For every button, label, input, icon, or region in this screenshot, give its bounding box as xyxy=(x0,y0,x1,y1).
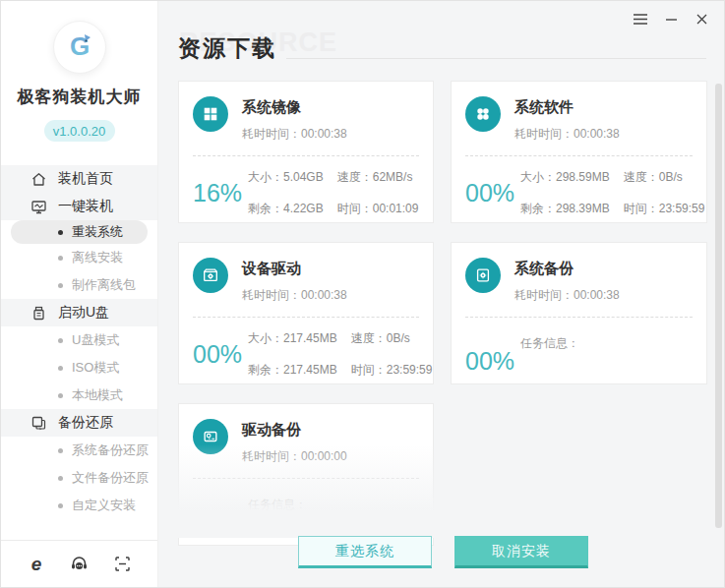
driver-box-icon xyxy=(193,258,228,293)
menu-icon[interactable] xyxy=(634,12,647,26)
sidebar-item-system-backup-restore[interactable]: 系统备份还原 xyxy=(1,437,157,464)
stat-size: 大小：298.59MB xyxy=(520,169,610,186)
bullet-icon xyxy=(58,338,63,343)
safe-gear-icon xyxy=(465,258,501,293)
elapsed-time: 耗时时间：00:00:00 xyxy=(242,448,347,465)
progress-percent: 00% xyxy=(193,340,248,369)
scrollbar[interactable] xyxy=(715,84,722,528)
bullet-icon xyxy=(58,366,63,371)
bullet-icon xyxy=(58,476,63,481)
dog-g-logo-icon: G xyxy=(61,29,98,66)
cancel-install-button[interactable]: 取消安装 xyxy=(454,536,588,568)
sidebar-item-label: 重装系统 xyxy=(72,223,123,241)
task-info: 任务信息： xyxy=(520,333,579,352)
page-title: 资源下载 xyxy=(178,33,276,64)
app-logo: G xyxy=(53,21,106,74)
bullet-icon xyxy=(58,283,63,288)
scan-icon[interactable] xyxy=(112,555,132,574)
sidebar-menu: 装机首页 一键装机 重装系统 离线安装 制作离线包 xyxy=(1,165,157,519)
sidebar-item-offline-install[interactable]: 离线安装 xyxy=(1,244,157,271)
version-badge: v1.0.0.20 xyxy=(44,120,115,142)
sidebar-item-label: 文件备份还原 xyxy=(72,469,149,487)
card-driver-backup: 驱动备份 耗时时间：00:00:00 100% 任务信息： xyxy=(178,403,434,546)
card-device-driver: 设备驱动 耗时时间：00:00:38 00% 大小：217.45MB 速度：0B… xyxy=(178,242,434,384)
sidebar-item-label: 启动U盘 xyxy=(58,304,109,322)
task-info: 任务信息： xyxy=(248,495,307,513)
bullet-icon xyxy=(58,503,63,508)
bullet-icon xyxy=(58,393,63,398)
card-title: 系统备份 xyxy=(514,258,620,278)
progress-percent: 16% xyxy=(193,179,248,207)
sidebar-item-label: ISO模式 xyxy=(72,359,119,377)
card-title: 驱动备份 xyxy=(242,419,347,440)
stat-remaining: 剩余：217.45MB xyxy=(248,362,337,379)
apps-icon xyxy=(465,96,501,132)
bullet-icon xyxy=(58,230,63,235)
sidebar-item-label: 自定义安装 xyxy=(72,497,136,514)
sidebar-item-label: 备份还原 xyxy=(58,414,113,432)
elapsed-time: 耗时时间：00:00:38 xyxy=(242,126,347,143)
stat-time: 时间：23:59:59 xyxy=(351,362,433,379)
home-icon xyxy=(30,171,47,188)
sidebar-item-onekey-install[interactable]: 一键装机 xyxy=(1,193,157,220)
card-title: 设备驱动 xyxy=(242,258,347,278)
close-icon[interactable] xyxy=(695,12,708,26)
support-headset-icon[interactable] xyxy=(70,555,90,574)
card-system-image: 系统镜像 耗时时间：00:00:38 16% 大小：5.04GB 速度：62MB… xyxy=(178,81,434,223)
sidebar-footer: e xyxy=(1,540,157,587)
sidebar-item-reinstall-system[interactable]: 重装系统 xyxy=(11,220,148,244)
sidebar-item-label: 一键装机 xyxy=(58,198,113,215)
stat-speed: 速度：0B/s xyxy=(351,330,433,347)
stat-time: 时间：23:59:59 xyxy=(624,201,705,217)
sidebar: G 极客狗装机大师 v1.0.0.20 装机首页 一键装机 xyxy=(1,1,158,587)
title-underline xyxy=(286,58,706,59)
card-title: 系统镜像 xyxy=(242,96,347,117)
sidebar-item-backup-restore[interactable]: 备份还原 xyxy=(1,409,157,437)
download-stats: 大小：217.45MB 速度：0B/s 剩余：217.45MB 时间：23:59… xyxy=(248,330,432,379)
sidebar-item-custom-install[interactable]: 自定义安装 xyxy=(1,492,157,519)
sidebar-item-label: 离线安装 xyxy=(72,249,123,266)
download-stats: 大小：298.59MB 速度：0B/s 剩余：298.39MB 时间：23:59… xyxy=(520,169,704,217)
stat-remaining: 剩余：298.39MB xyxy=(520,201,610,217)
sidebar-item-label: 装机首页 xyxy=(58,170,113,188)
sidebar-item-label: 本地模式 xyxy=(72,386,123,404)
sidebar-item-make-offline-package[interactable]: 制作离线包 xyxy=(1,271,157,299)
app-name: 极客狗装机大师 xyxy=(1,86,157,108)
progress-percent: 100% xyxy=(193,508,248,537)
sidebar-item-home[interactable]: 装机首页 xyxy=(1,165,157,193)
stat-size: 大小：217.45MB xyxy=(248,330,337,347)
windows-icon xyxy=(193,96,228,132)
stat-remaining: 剩余：4.22GB xyxy=(248,201,324,217)
stat-speed: 速度：62MB/s xyxy=(337,169,419,186)
download-cards: 系统镜像 耗时时间：00:00:38 16% 大小：5.04GB 速度：62MB… xyxy=(178,81,706,546)
card-title: 系统软件 xyxy=(514,96,620,117)
app-window: G 极客狗装机大师 v1.0.0.20 装机首页 一键装机 xyxy=(0,0,725,588)
sidebar-item-usb-mode[interactable]: U盘模式 xyxy=(1,326,157,354)
window-controls xyxy=(634,12,708,26)
elapsed-time: 耗时时间：00:00:38 xyxy=(242,287,347,304)
sidebar-item-file-backup-restore[interactable]: 文件备份还原 xyxy=(1,464,157,492)
progress-percent: 00% xyxy=(465,179,520,207)
main-area: RESOURCE 资源下载 系统镜像 耗时时间：00:00:38 xyxy=(158,1,724,587)
sidebar-item-local-mode[interactable]: 本地模式 xyxy=(1,382,157,409)
sidebar-item-iso-mode[interactable]: ISO模式 xyxy=(1,354,157,382)
page-header: RESOURCE 资源下载 xyxy=(158,1,724,64)
browser-icon[interactable]: e xyxy=(27,555,46,574)
card-system-backup: 系统备份 耗时时间：00:00:38 00% 任务信息： xyxy=(451,242,707,384)
minimize-icon[interactable] xyxy=(664,12,678,26)
action-buttons: 重选系统 取消安装 xyxy=(298,536,588,568)
stat-speed: 速度：0B/s xyxy=(624,169,705,186)
stat-time: 时间：00:01:09 xyxy=(337,201,419,217)
elapsed-time: 耗时时间：00:00:38 xyxy=(514,287,620,304)
backup-restore-icon xyxy=(30,415,47,432)
download-stats: 大小：5.04GB 速度：62MB/s 剩余：4.22GB 时间：00:01:0… xyxy=(248,169,418,217)
bullet-icon xyxy=(58,256,63,261)
bullet-icon xyxy=(58,448,63,453)
hdd-icon xyxy=(193,419,228,454)
sidebar-item-boot-usb[interactable]: 启动U盘 xyxy=(1,299,157,326)
elapsed-time: 耗时时间：00:00:38 xyxy=(514,126,620,143)
sidebar-item-label: 系统备份还原 xyxy=(72,441,149,459)
reselect-system-button[interactable]: 重选系统 xyxy=(298,536,432,568)
card-system-software: 系统软件 耗时时间：00:00:38 00% 大小：298.59MB 速度：0B… xyxy=(451,81,707,223)
monitor-icon xyxy=(30,199,47,215)
